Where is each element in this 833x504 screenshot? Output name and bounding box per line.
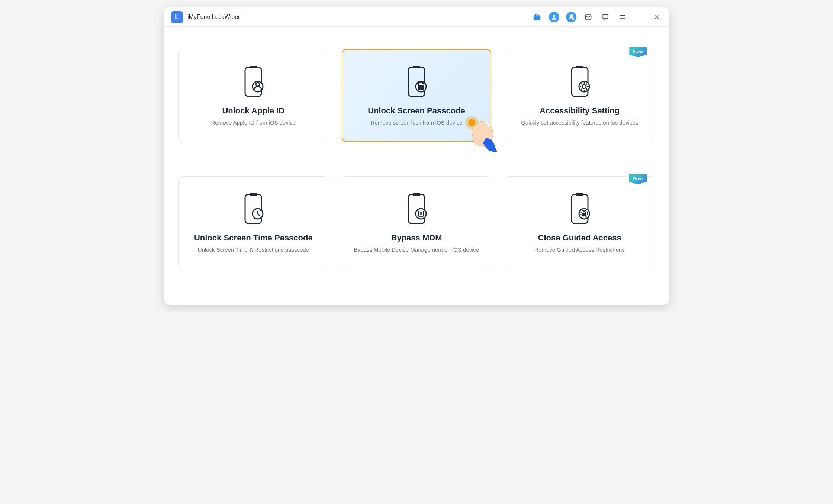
svg-point-2 (553, 15, 555, 17)
card-unlock-apple-id[interactable]: Unlock Apple ID Remove Apple ID from iOS… (178, 49, 328, 142)
card-desc: Unlock Screen Time & Restrictions passco… (198, 246, 309, 253)
card-desc: Quickly set accessibility features on io… (521, 119, 638, 126)
toolbox-icon[interactable] (532, 12, 542, 22)
app-title: iMyFone LockWiper (187, 14, 240, 20)
music-search-icon[interactable] (566, 12, 576, 22)
titlebar-right (532, 12, 662, 22)
titlebar: L iMyFone LockWiper (164, 7, 669, 27)
card-title: Unlock Apple ID (222, 106, 284, 116)
card-desc: Remove Apple ID from iOS device (211, 119, 296, 126)
phone-apple-id-icon (241, 66, 265, 99)
svg-rect-40 (583, 213, 586, 216)
phone-document-icon (405, 193, 428, 226)
titlebar-left: L iMyFone LockWiper (171, 11, 240, 23)
card-title: Bypass MDM (391, 233, 442, 243)
svg-point-21 (468, 119, 476, 126)
card-desc: Remove screen lock from iOS device (371, 119, 463, 126)
svg-rect-0 (534, 16, 540, 20)
card-unlock-screen-time[interactable]: Unlock Screen Time Passcode Unlock Scree… (178, 176, 328, 269)
mail-icon[interactable] (583, 12, 594, 22)
card-title: Unlock Screen Passcode (368, 106, 465, 116)
pointer-hand-icon (461, 112, 502, 152)
card-unlock-screen-passcode[interactable]: Unlock Screen Passcode Remove screen loc… (342, 49, 492, 142)
card-accessibility-setting[interactable]: New Accessibility Setting Quickly set ac… (505, 49, 654, 142)
card-bypass-mdm[interactable]: Bypass MDM Bypass Mobile Device Manageme… (342, 176, 492, 269)
phone-clock-icon (241, 193, 265, 226)
main-content: Unlock Apple ID Remove Apple ID from iOS… (164, 27, 669, 305)
app-logo-icon: L (171, 11, 183, 23)
free-badge: Free (629, 174, 647, 184)
card-close-guided-access[interactable]: Free Close Guided Access Remove Guided A… (505, 176, 654, 269)
phone-padlock-icon (568, 193, 592, 226)
svg-line-4 (573, 19, 574, 20)
minimize-button[interactable] (634, 12, 645, 22)
card-desc: Bypass Mobile Device Management on iOS d… (354, 246, 479, 253)
profile-icon[interactable] (549, 12, 559, 22)
feedback-icon[interactable] (600, 12, 611, 22)
menu-icon[interactable] (617, 12, 628, 22)
card-desc: Remove Guided Access Restrictions (534, 246, 625, 253)
card-title: Close Guided Access (538, 233, 621, 243)
new-badge: New (629, 47, 647, 57)
card-title: Unlock Screen Time Passcode (194, 233, 313, 243)
card-title: Accessibility Setting (540, 106, 620, 116)
phone-lock-icon (405, 66, 428, 99)
phone-gear-icon (568, 66, 592, 99)
svg-point-20 (465, 116, 479, 129)
close-button[interactable] (652, 12, 662, 22)
svg-rect-19 (418, 86, 424, 90)
app-window: L iMyFone LockWiper (164, 7, 669, 305)
